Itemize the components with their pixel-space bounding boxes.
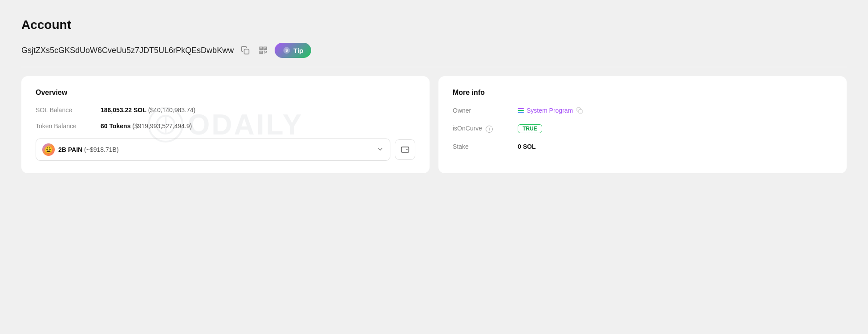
overview-card: ODAILY Overview SOL Balance 186,053.22 S… [21, 76, 430, 173]
sol-balance-row: SOL Balance 186,053.22 SOL ($40,140,983.… [36, 106, 415, 114]
is-on-curve-row: isOnCurve i TRUE [453, 124, 832, 133]
token-name: 2B PAIN (~$918.71B) [58, 146, 373, 153]
token-dropdown[interactable]: 😩 2B PAIN (~$918.71B) [36, 138, 390, 161]
system-program-icon [518, 108, 524, 113]
more-info-card: More info Owner System Program isOnCur [438, 76, 847, 173]
system-program-link[interactable]: System Program [527, 107, 573, 114]
token-selector: 😩 2B PAIN (~$918.71B) [36, 138, 415, 161]
info-circle-icon[interactable]: i [486, 126, 493, 133]
more-info-title: More info [453, 89, 832, 97]
svg-rect-6 [260, 52, 262, 53]
svg-text:$: $ [285, 48, 288, 53]
token-balance-value: 60 Tokens ($919,993,527,494.9) [101, 122, 192, 130]
owner-label: Owner [453, 107, 511, 114]
svg-rect-13 [579, 110, 583, 113]
svg-rect-0 [244, 49, 249, 54]
wallet-icon [401, 145, 410, 154]
true-badge: TRUE [518, 124, 542, 133]
owner-value: System Program [518, 106, 584, 114]
token-balance-row: Token Balance 60 Tokens ($919,993,527,49… [36, 122, 415, 130]
svg-rect-4 [260, 48, 262, 49]
sol-balance-value: 186,053.22 SOL ($40,140,983.74) [101, 106, 195, 114]
copy-icon [241, 46, 250, 55]
token-balance-label: Token Balance [36, 122, 93, 130]
copy-owner-button[interactable] [576, 106, 584, 114]
copy-icon [576, 107, 583, 114]
wallet-view-button[interactable] [395, 139, 415, 160]
tip-button[interactable]: $ Tip [275, 43, 311, 58]
qr-icon [259, 46, 268, 55]
page-title: Account [21, 18, 847, 32]
is-on-curve-label: isOnCurve i [453, 125, 511, 133]
chevron-down-icon [377, 146, 384, 154]
copy-address-button[interactable] [239, 44, 251, 57]
owner-row: Owner System Program [453, 106, 832, 114]
stake-value: 0 SOL [518, 143, 535, 150]
svg-rect-5 [264, 48, 266, 49]
stake-row: Stake 0 SOL [453, 143, 832, 150]
overview-title: Overview [36, 89, 415, 97]
cards-row: ODAILY Overview SOL Balance 186,053.22 S… [21, 76, 847, 173]
sol-balance-label: SOL Balance [36, 106, 93, 114]
token-avatar: 😩 [42, 143, 55, 156]
stake-label: Stake [453, 143, 511, 150]
qr-code-button[interactable] [257, 44, 269, 57]
wallet-address: GsjtZXs5cGKSdUoW6CveUu5z7JDT5UL6rPkQEsDw… [21, 46, 234, 55]
address-row: GsjtZXs5cGKSdUoW6CveUu5z7JDT5UL6rPkQEsDw… [21, 43, 847, 67]
tip-icon: $ [283, 46, 291, 54]
is-on-curve-value: TRUE [518, 124, 542, 133]
